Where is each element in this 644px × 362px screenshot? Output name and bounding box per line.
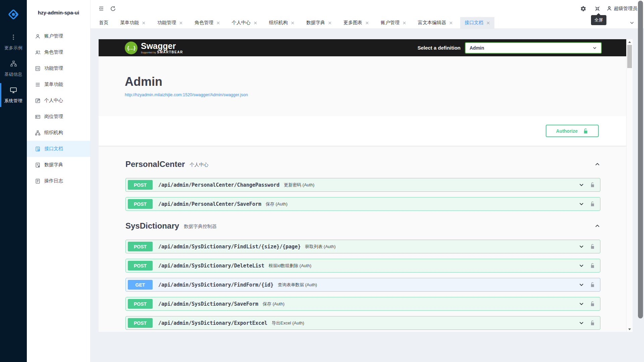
monitor-icon (10, 87, 17, 94)
http-method-badge: POST (128, 180, 153, 190)
swagger-scrollbar-thumb[interactable] (627, 45, 632, 68)
sidebar-item-label: 个人中心 (44, 98, 63, 104)
tab-close-icon[interactable] (216, 21, 220, 25)
sidebar: hzy-admin-spa-ui 账户管理 角色管理 功能管理 菜单功能 个人中… (27, 0, 91, 362)
app-logo[interactable] (0, 0, 27, 29)
sidebar-item-dictionary[interactable]: 数据字典 (27, 157, 90, 173)
sidebar-item-menus[interactable]: 菜单功能 (27, 76, 90, 93)
tab-menus[interactable]: 菜单功能 (116, 17, 150, 28)
swagger-scrollbar[interactable] (626, 39, 633, 332)
section-header[interactable]: SysDictionary 数据字典控制器 (125, 220, 600, 232)
authorize-button[interactable]: Authorize (546, 125, 599, 137)
sidebar-item-positions[interactable]: 岗位管理 (27, 109, 90, 125)
endpoint-row[interactable]: POST /api/admin/SysDictionary/ExportExce… (125, 316, 600, 330)
tab-close-icon[interactable] (486, 21, 490, 25)
auth-lock-icon[interactable] (590, 201, 595, 207)
tab-close-icon[interactable] (449, 21, 453, 25)
endpoint-row[interactable]: POST /api/admin/PersonalCenter/SaveForm … (125, 197, 600, 211)
tab-accounts[interactable]: 账户管理 (376, 17, 411, 28)
tab-dictionary[interactable]: 数据字典 (302, 17, 336, 28)
sidebar-item-label: 接口文档 (44, 146, 63, 152)
http-method-badge: GET (128, 280, 153, 290)
section-header[interactable]: PersonalCenter 个人中心 (125, 159, 600, 170)
scroll-up-arrow-icon[interactable] (627, 39, 633, 45)
refresh-button[interactable] (108, 4, 118, 14)
auth-lock-icon[interactable] (590, 282, 595, 288)
endpoint-row[interactable]: POST /api/admin/SysDictionary/FindList/{… (125, 240, 600, 253)
endpoint-row[interactable]: POST /api/admin/PersonalCenter/ChangePas… (125, 178, 600, 192)
expand-endpoint-button[interactable] (579, 320, 584, 326)
tab-richtext-editor[interactable]: 富文本编辑器 (414, 17, 457, 28)
scheme-container: Authorize (99, 116, 626, 146)
tab-charts[interactable]: 更多图表 (339, 17, 373, 28)
tab-label: 组织机构 (269, 20, 288, 26)
fullscreen-button[interactable] (592, 4, 602, 14)
sidebar-item-label: 功能管理 (44, 65, 63, 71)
app-root: 更多示例 基础信息 系统管理 hzy-admin-spa-ui 账户管理 角色管… (0, 0, 644, 362)
auth-lock-icon[interactable] (590, 263, 595, 268)
user-menu[interactable]: 超级管理员 (606, 6, 637, 12)
tab-close-icon[interactable] (142, 21, 146, 25)
edit-icon (35, 98, 41, 104)
tab-organization[interactable]: 组织机构 (265, 17, 299, 28)
sidebar-item-personal-center[interactable]: 个人中心 (27, 93, 90, 109)
api-spec-url[interactable]: http://hzyadmin.milaizhijie.com:1520/swa… (125, 93, 248, 97)
tab-features[interactable]: 功能管理 (153, 17, 187, 28)
swagger-topbar: {…} Swagger Supported bySMARTBEAR Select… (99, 39, 626, 56)
tab-close-icon[interactable] (365, 21, 369, 25)
tab-home[interactable]: 首页 (95, 17, 113, 28)
endpoint-row[interactable]: POST /api/admin/SysDictionary/DeleteList… (125, 259, 600, 273)
expand-endpoint-button[interactable] (579, 201, 584, 207)
expand-endpoint-button[interactable] (579, 301, 584, 307)
chevron-down-icon (629, 20, 635, 25)
sidebar-item-accounts[interactable]: 账户管理 (27, 28, 90, 44)
section-description: 数据字典控制器 (184, 224, 217, 230)
expand-endpoint-button[interactable] (579, 182, 584, 188)
expand-endpoint-button[interactable] (579, 244, 584, 249)
sidebar-item-logs[interactable]: 操作日志 (27, 173, 90, 189)
expand-endpoint-button[interactable] (579, 263, 584, 268)
tab-personal-center[interactable]: 个人中心 (227, 17, 262, 28)
sidebar-item-roles[interactable]: 角色管理 (27, 44, 90, 60)
rail-item-basic-info[interactable]: 基础信息 (0, 55, 27, 82)
compress-icon (594, 6, 600, 12)
tab-close-icon[interactable] (254, 21, 257, 25)
menu-lines-icon (35, 82, 41, 87)
settings-button[interactable] (578, 4, 588, 14)
tab-close-icon[interactable] (328, 21, 332, 25)
page-scrollbar-thumb[interactable] (638, 1, 643, 318)
auth-lock-icon[interactable] (590, 301, 595, 307)
auth-lock-icon[interactable] (590, 244, 595, 249)
rail-item-label: 系统管理 (0, 98, 27, 104)
section-collapse-button[interactable] (594, 161, 600, 167)
sidebar-item-features[interactable]: 功能管理 (27, 60, 90, 76)
section-collapse-button[interactable] (594, 223, 600, 229)
auth-lock-icon[interactable] (590, 182, 595, 188)
endpoint-path: /api/admin/SysDictionary/FindList/{size}… (158, 244, 301, 250)
tab-close-icon[interactable] (291, 21, 294, 25)
tab-label: 更多图表 (343, 20, 362, 26)
definition-select[interactable]: Admin (465, 42, 602, 54)
auth-lock-icon[interactable] (590, 320, 595, 326)
endpoint-summary: 获取列表 (Auth) (305, 244, 335, 250)
tab-list-dropdown[interactable] (629, 17, 635, 28)
sidebar-fold-button[interactable] (96, 4, 106, 14)
tab-close-icon[interactable] (179, 21, 183, 25)
section-description: 个人中心 (190, 162, 208, 168)
scroll-down-arrow-icon[interactable] (627, 326, 633, 332)
expand-endpoint-button[interactable] (579, 282, 584, 288)
tab-label: 菜单功能 (120, 20, 139, 26)
rail-item-examples[interactable]: 更多示例 (0, 29, 27, 55)
rail-item-system[interactable]: 系统管理 (0, 82, 27, 108)
section-personalcenter: PersonalCenter 个人中心 POST /api/admin/Pers… (125, 159, 600, 211)
sidebar-item-label: 账户管理 (44, 33, 63, 39)
endpoint-row[interactable]: POST /api/admin/SysDictionary/SaveForm 保… (125, 297, 600, 311)
endpoint-row[interactable]: GET /api/admin/SysDictionary/FindForm/{i… (125, 278, 600, 292)
tab-roles[interactable]: 角色管理 (190, 17, 224, 28)
chevron-down-icon (579, 244, 584, 249)
tab-close-icon[interactable] (402, 21, 406, 25)
sidebar-item-api-docs[interactable]: 接口文档 (27, 141, 90, 157)
http-method-badge: POST (128, 318, 153, 328)
tab-api-docs[interactable]: 接口文档 (460, 17, 494, 28)
sidebar-item-organization[interactable]: 组织机构 (27, 125, 90, 141)
